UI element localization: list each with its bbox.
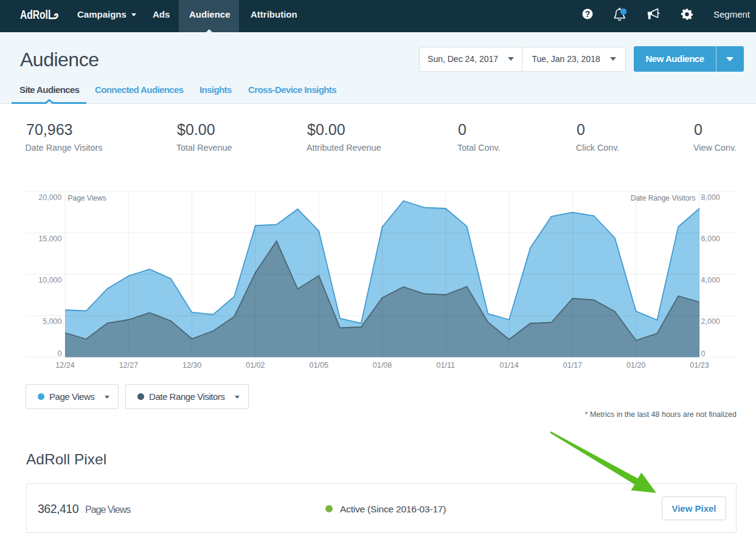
svg-text:01/14: 01/14 [499, 361, 518, 370]
svg-text:8,000: 8,000 [701, 193, 720, 202]
svg-text:01/02: 01/02 [246, 361, 265, 370]
svg-text:6,000: 6,000 [701, 235, 720, 243]
svg-text:01/08: 01/08 [373, 361, 392, 370]
svg-text:01/11: 01/11 [437, 361, 455, 370]
svg-text:5,000: 5,000 [43, 317, 61, 326]
svg-text:15,000: 15,000 [38, 235, 61, 243]
svg-text:Date Range Visitors: Date Range Visitors [631, 194, 696, 202]
svg-text:0: 0 [701, 349, 706, 358]
svg-text:2,000: 2,000 [701, 317, 720, 326]
svg-text:01/23: 01/23 [690, 361, 709, 370]
svg-text:4,000: 4,000 [701, 276, 720, 284]
svg-text:20,000: 20,000 [38, 193, 61, 202]
svg-text:?: ? [585, 9, 591, 19]
svg-text:12/24: 12/24 [55, 361, 74, 370]
svg-text:Page Views: Page Views [68, 194, 106, 202]
svg-text:0: 0 [58, 349, 62, 358]
svg-text:10,000: 10,000 [38, 276, 61, 284]
svg-text:01/05: 01/05 [310, 361, 328, 370]
svg-text:01/20: 01/20 [626, 361, 645, 370]
svg-text:12/30: 12/30 [182, 361, 201, 370]
svg-text:12/27: 12/27 [119, 361, 138, 370]
svg-text:01/17: 01/17 [563, 361, 582, 370]
